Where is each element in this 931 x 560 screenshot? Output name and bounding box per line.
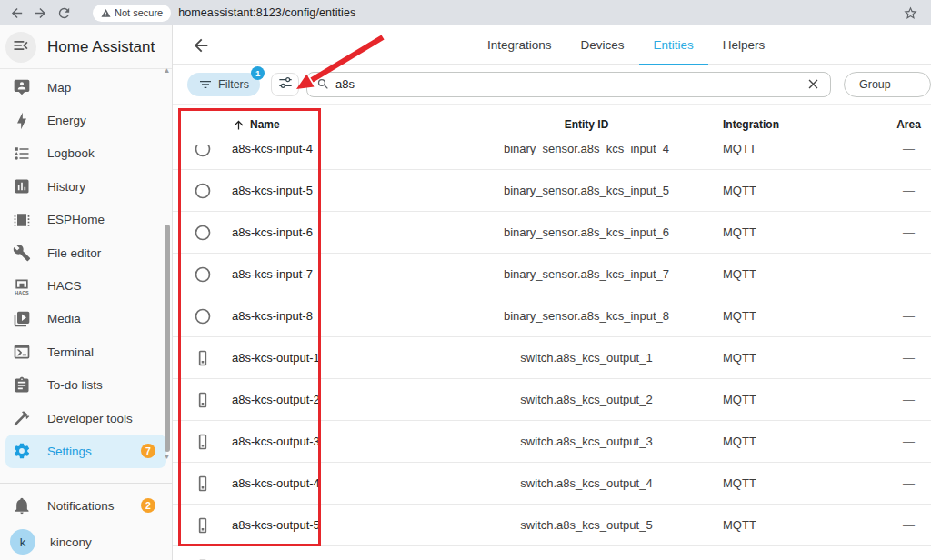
table-row[interactable]: a8s-kcs-output-4 switch.a8s_kcs_output_4… [173,463,931,505]
sidebar-item[interactable]: Settings 7 [5,435,166,467]
cell-entity-id: binary_sensor.a8s_kcs_input_4 [450,145,723,155]
sidebar-scroll-up-arrow[interactable]: ▲ [163,66,171,75]
search-icon [316,77,330,91]
table-row[interactable]: a8s-kcs-input-8 binary_sensor.a8s_kcs_in… [173,295,931,337]
search-box [306,72,831,97]
sidebar-item-icon [13,409,31,427]
browser-back-icon[interactable] [9,5,25,21]
sidebar-item[interactable]: Developer tools [5,402,166,435]
address-bar-url[interactable]: homeassistant:8123/config/entities [178,6,355,19]
sidebar-item[interactable]: File editor [5,236,166,269]
sidebar-item[interactable]: Energy [5,104,166,136]
cell-entity-id: switch.a8s_kcs_output_5 [450,518,723,532]
cell-integration: MQTT [723,145,868,155]
table-row[interactable]: a8s-kcs-input-7 binary_sensor.a8s_kcs_in… [173,254,931,295]
sidebar-item[interactable]: ESPHome [5,204,166,236]
name-header-label: Name [250,118,280,131]
bookmark-star-icon[interactable] [903,5,918,21]
clear-search-icon[interactable] [806,76,821,92]
column-settings-button[interactable] [271,73,299,96]
cell-name: a8s-kcs-input-8 [232,309,450,323]
back-button[interactable] [191,35,211,55]
svg-text:HACS: HACS [15,289,29,295]
cell-integration: MQTT [723,184,868,197]
column-header-integration[interactable]: Integration [723,118,868,131]
sidebar-item[interactable]: History [5,170,166,203]
cell-name: a8s-kcs-output-5 [232,518,450,532]
sidebar-item[interactable]: HACS HACS [5,269,166,302]
column-header-name[interactable]: Name [232,118,450,132]
cell-area: — [868,145,931,155]
cell-area: — [868,351,931,365]
sidebar-item-icon [13,442,31,460]
entity-type-icon [194,475,212,493]
cell-name: a8s-kcs-input-4 [232,145,450,155]
sidebar-scroll-down-arrow[interactable]: ▼ [163,453,171,461]
entity-type-icon [194,349,212,367]
table-row[interactable]: a8s-kcs-input-5 binary_sensor.a8s_kcs_in… [173,170,931,212]
cell-integration: MQTT [723,351,868,365]
cell-entity-id: switch.a8s_kcs_output_3 [450,435,723,448]
tab[interactable]: Devices [566,25,639,65]
sidebar-bottom: Notifications 2 k kincony [0,483,172,560]
sidebar-item[interactable]: Map [5,71,166,104]
cell-entity-id: switch.a8s_kcs_output_1 [450,351,723,365]
sidebar-item[interactable]: Terminal [5,335,166,368]
entity-type-icon [194,182,212,200]
sidebar-item[interactable]: Media [5,303,166,335]
config-tabs: Integrations Devices Entities Helpers [473,25,779,65]
cell-entity-id: switch.a8s_kcs_output_4 [450,476,723,490]
table-row[interactable]: a8s-kcs-output-3 switch.a8s_kcs_output_3… [173,421,931,463]
filters-badge: 1 [251,66,265,80]
cell-area: — [868,435,931,448]
filters-label: Filters [218,78,249,91]
cell-name: a8s-kcs-input-7 [232,267,450,281]
security-label: Not secure [115,7,163,18]
column-header-area[interactable]: Area [868,118,931,131]
column-header-entity-id[interactable]: Entity ID [450,118,723,131]
sidebar-item-label: History [47,180,85,194]
sidebar-item[interactable]: To-do lists [5,369,166,402]
tab[interactable]: Helpers [708,25,780,65]
sidebar-item-user[interactable]: k kincony [5,524,166,560]
cell-entity-id: binary_sensor.a8s_kcs_input_6 [450,225,723,239]
sidebar-item-icon [13,145,31,163]
sidebar-item-label: ESPHome [47,213,105,226]
sidebar-item-label: Settings [47,445,92,458]
search-input[interactable] [335,77,806,91]
browser-refresh-icon[interactable] [56,5,72,21]
entity-type-icon [194,265,212,284]
cell-name: a8s-kcs-output-1 [232,351,450,365]
filter-toolbar: Filters 1 Group [173,65,931,105]
tab[interactable]: Integrations [473,25,566,65]
sidebar-item-icon [13,343,31,361]
table-row[interactable]: a8s-kcs-input-4 binary_sensor.a8s_kcs_in… [173,145,931,170]
cell-area: — [868,393,931,406]
sidebar-item[interactable]: Logbook [5,137,166,170]
table-row[interactable]: a8s-kcs-output-2 switch.a8s_kcs_output_2… [173,379,931,421]
browser-forward-icon[interactable] [33,5,48,21]
table-row[interactable]: a8s-kcs-output-1 switch.a8s_kcs_output_1… [173,337,931,379]
cell-integration: MQTT [723,476,868,490]
cell-integration: MQTT [723,267,868,281]
sidebar-toggle-button[interactable] [5,32,36,63]
sidebar-item-label: Logbook [47,146,95,160]
table-body: a8s-kcs-input-4 binary_sensor.a8s_kcs_in… [173,145,931,560]
cell-integration: MQTT [723,435,868,448]
sidebar-item-label: Media [47,312,81,325]
sidebar-item-label: HACS [47,279,82,293]
table-row[interactable]: a8s-kcs-input-6 binary_sensor.a8s_kcs_in… [173,212,931,254]
table-row[interactable] [173,546,931,560]
sidebar-item-notifications[interactable]: Notifications 2 [5,487,166,524]
main-content: Integrations Devices Entities Helpers Fi… [173,25,931,560]
security-chip[interactable]: Not secure [93,5,171,22]
table-row[interactable]: a8s-kcs-output-5 switch.a8s_kcs_output_5… [173,505,931,546]
cell-name: a8s-kcs-output-2 [232,393,450,406]
filters-button[interactable]: Filters 1 [187,73,260,96]
tab[interactable]: Entities [639,25,708,65]
cell-area: — [868,518,931,532]
sidebar-scrollbar-thumb[interactable] [165,225,170,452]
cell-name: a8s-kcs-output-4 [232,476,450,490]
group-button[interactable]: Group [844,72,931,97]
sidebar-item-icon [13,310,31,328]
